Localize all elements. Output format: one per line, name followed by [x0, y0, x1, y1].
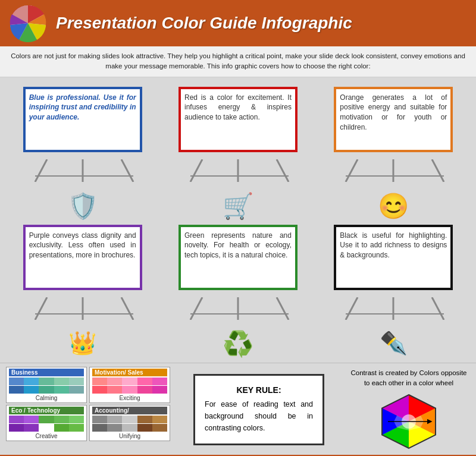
board-green: Green represents nature and novelty. For… [178, 225, 298, 290]
business-title: Business [9, 369, 84, 376]
svg-line-13 [35, 297, 47, 320]
svg-line-11 [432, 159, 444, 182]
svg-line-3 [121, 159, 133, 182]
cell-red: Red is a color for excitement. It infuse… [160, 83, 315, 221]
board-orange: Orange generates a lot of positive energ… [334, 87, 453, 152]
contrast-section: Contrast is created by Colors opposite t… [346, 366, 471, 454]
board-purple: Purple conveys class dignity and exclusi… [23, 225, 142, 290]
svg-line-19 [277, 297, 289, 320]
svg-line-23 [432, 297, 444, 320]
recycle-icon: ♻️ [223, 332, 253, 357]
board-blue: Blue is professional. Use it for inspiri… [23, 87, 142, 152]
pen-icon: ✒️ [380, 332, 408, 354]
accounting-title: Accounting/ [92, 407, 167, 414]
motivation-title: Motivation/ Sales [92, 369, 167, 376]
eco-title: Eco / Technology [9, 407, 84, 414]
contrast-text: Contrast is created by Colors opposite t… [349, 368, 469, 389]
accounting-card: Accounting/ Unifying [89, 405, 170, 441]
key-rule-section: KEY RULE: For ease of reading text and b… [171, 366, 346, 454]
accounting-label: Unifying [92, 433, 167, 439]
svg-line-9 [346, 159, 358, 182]
svg-line-5 [190, 159, 202, 182]
crown-icon: 👑 [68, 332, 96, 354]
smile-icon: 😊 [378, 194, 409, 219]
cell-purple: Purple conveys class dignity and exclusi… [5, 221, 160, 359]
cart-icon: 🛒 [223, 194, 253, 219]
color-grid: Blue is professional. Use it for inspiri… [0, 77, 476, 363]
page-title: Presentation Color Guide Infographic [56, 13, 469, 33]
subtitle-text: Colors are not just for making slides lo… [0, 46, 476, 77]
eco-label: Creative [9, 433, 84, 439]
business-card: Business Calming [6, 367, 87, 403]
svg-line-15 [121, 297, 133, 320]
color-cards-col1: Business Calming Eco / Technology [5, 366, 88, 454]
cell-green: Green represents nature and novelty. For… [160, 221, 315, 359]
eco-card: Eco / Technology Creative [6, 405, 87, 441]
pie-chart-icon [7, 2, 49, 44]
motivation-label: Exciting [92, 395, 167, 401]
motivation-card: Motivation/ Sales Exciting [89, 367, 170, 403]
svg-line-7 [277, 159, 289, 182]
board-red: Red is a color for excitement. It infuse… [178, 87, 298, 152]
cell-orange: Orange generates a lot of positive energ… [316, 83, 471, 221]
svg-line-17 [190, 297, 202, 320]
business-label: Calming [9, 395, 84, 401]
svg-line-21 [346, 297, 358, 320]
key-rule-heading: KEY RULE: [236, 385, 281, 395]
header-text: Presentation Color Guide Infographic [56, 13, 469, 33]
header: Presentation Color Guide Infographic [0, 0, 476, 46]
cell-blue: Blue is professional. Use it for inspiri… [5, 83, 160, 221]
board-black: Black is useful for highlighting. Use it… [334, 225, 453, 290]
key-rule-body: For ease of reading text and background … [205, 398, 313, 434]
shield-icon: 🛡️ [67, 194, 98, 219]
svg-line-1 [35, 159, 47, 182]
cell-black: Black is useful for highlighting. Use it… [316, 221, 471, 359]
color-wheel [376, 392, 441, 451]
color-cards-col2: Motivation/ Sales Exciting Accounting/ [88, 366, 171, 454]
